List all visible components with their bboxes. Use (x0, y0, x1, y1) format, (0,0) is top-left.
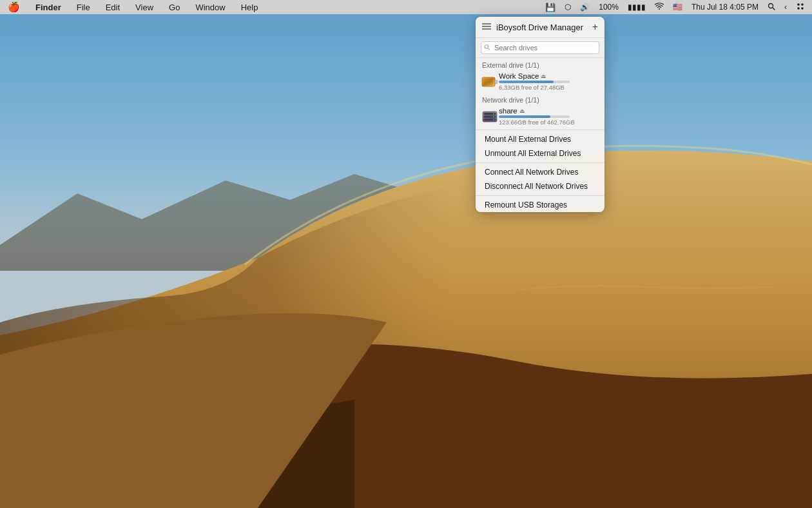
unmount-all-external-action[interactable]: Unmount All External Drives (476, 146, 604, 161)
menu-edit[interactable]: Edit (103, 3, 122, 12)
volume-icon[interactable]: 🔊 (578, 3, 592, 12)
add-drive-button[interactable]: + (592, 22, 598, 32)
popup-header: iBoysoft Drive Manager + (476, 17, 604, 38)
app-name[interactable]: Finder (33, 3, 64, 12)
svg-line-3 (773, 7, 775, 9)
connect-all-network-action[interactable]: Connect All Network Drives (476, 165, 604, 179)
network-drive-bar-bg (499, 115, 570, 118)
external-drive-item[interactable]: Work Space ⏏ 6.33GB free of 27.48GB (476, 70, 604, 93)
svg-point-21 (493, 116, 494, 117)
external-drive-size: 6.33GB free of 27.48GB (499, 84, 598, 91)
drive-name-row: Work Space ⏏ (499, 72, 598, 80)
network-drive-bar-wrapper (499, 115, 598, 118)
svg-rect-14 (495, 80, 498, 84)
menubar-right: 💾 ⬡ 🔊 100% ▮▮▮▮ 🇺🇸 Thu Jul 18 4:05 PM ‹ (543, 3, 807, 12)
external-drive-info: Work Space ⏏ 6.33GB free of 27.48GB (499, 72, 598, 91)
menu-view[interactable]: View (133, 3, 156, 12)
network-drive-name-row: share ⏏ (499, 107, 598, 115)
back-arrow-icon[interactable]: ‹ (782, 3, 789, 12)
network-drive-item[interactable]: share ⏏ 123.66GB free of 462.76GB (476, 105, 604, 128)
battery-percent: 100% (597, 3, 621, 12)
menu-help[interactable]: Help (238, 3, 261, 12)
svg-line-12 (488, 48, 490, 50)
svg-point-7 (801, 7, 804, 10)
eject-external-button[interactable]: ⏏ (541, 73, 546, 79)
svg-rect-15 (483, 79, 493, 85)
wifi-icon[interactable] (653, 3, 666, 12)
network-drive-size: 123.66GB free of 462.76GB (499, 119, 598, 126)
network-drive-bar-fill (499, 115, 550, 118)
search-bar (476, 38, 604, 58)
menu-icon[interactable] (482, 22, 491, 32)
menubar: 🍎 Finder File Edit View Go Window Help 💾… (0, 0, 812, 14)
drive-bar-bg (499, 81, 570, 83)
network-drive-info: share ⏏ 123.66GB free of 462.76GB (499, 107, 598, 126)
cast-icon[interactable]: ⬡ (563, 3, 573, 12)
remount-usb-action[interactable]: Remount USB Storages (476, 198, 604, 212)
spotlight-icon[interactable] (766, 3, 777, 12)
menubar-left: 🍎 Finder File Edit View Go Window Help (5, 1, 260, 13)
svg-point-5 (801, 3, 804, 6)
network-drive-name: share (499, 107, 517, 115)
desktop (0, 0, 812, 508)
menu-go[interactable]: Go (166, 3, 182, 12)
apple-menu[interactable]: 🍎 (5, 1, 23, 13)
usb-drive-icon (481, 75, 499, 89)
iboysoft-menubar-icon[interactable]: 💾 (543, 3, 557, 12)
search-wrapper (481, 41, 599, 54)
flag-icon[interactable]: 🇺🇸 (671, 3, 684, 12)
external-drive-section-label: External drive (1/1) (476, 58, 604, 70)
popup-title: iBoysoft Drive Manager (496, 23, 592, 32)
mount-all-external-action[interactable]: Mount All External Drives (476, 132, 604, 146)
svg-point-4 (797, 3, 800, 6)
divider-3 (476, 195, 604, 196)
svg-point-20 (493, 113, 494, 114)
network-drive-section-label: Network drive (1/1) (476, 93, 604, 105)
drive-manager-popup: iBoysoft Drive Manager + External drive … (476, 17, 604, 212)
menu-file[interactable]: File (74, 3, 93, 12)
search-input[interactable] (481, 41, 599, 54)
external-drive-name: Work Space (499, 72, 539, 80)
control-center-icon[interactable] (794, 3, 807, 12)
divider-1 (476, 130, 604, 130)
svg-point-22 (493, 119, 494, 120)
drive-bar-wrapper (499, 81, 598, 83)
datetime: Thu Jul 18 4:05 PM (690, 3, 760, 12)
eject-network-button[interactable]: ⏏ (519, 108, 525, 114)
search-icon (484, 44, 490, 52)
svg-point-6 (797, 7, 800, 10)
disconnect-all-network-action[interactable]: Disconnect All Network Drives (476, 179, 604, 193)
battery-icon[interactable]: ▮▮▮▮ (626, 3, 648, 12)
network-drive-icon (481, 110, 499, 124)
drive-bar-fill (499, 81, 554, 83)
menu-window[interactable]: Window (193, 3, 227, 12)
divider-2 (476, 162, 604, 163)
